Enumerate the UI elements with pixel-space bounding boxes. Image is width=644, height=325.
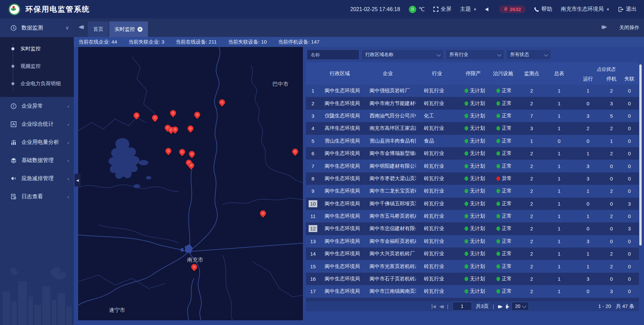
chevron-left-icon: ‹ xyxy=(67,103,69,109)
cell-facility-status: 正常 xyxy=(502,288,512,294)
temperature-unit: ℃ xyxy=(419,6,425,12)
cell-stopped: 2 xyxy=(603,251,620,257)
sidebar-item-enterprise-abnormal[interactable]: 企业异常 ‹ xyxy=(0,97,74,115)
name-filter-input[interactable] xyxy=(307,50,359,60)
last-page-button[interactable]: ▶ xyxy=(506,304,507,309)
next-page-button[interactable]: ▶▶ xyxy=(498,304,502,309)
table-row[interactable]: 3 仪陇生态环境局 西南油气田分公司川中 化工 无计划 正常 7 1 3 5 0 xyxy=(306,110,639,122)
fullscreen-button[interactable]: 全屏 xyxy=(433,6,451,13)
cell-limit-status: 无计划 xyxy=(470,100,485,107)
table-row[interactable]: 2 阆中生态环境局 阆中市南方节能建材有 砖瓦行业 无计划 正常 2 1 0 3… xyxy=(306,97,639,109)
table-row[interactable]: 1 阆中生态环境局 阆中强锐页岩砖厂 砖瓦行业 无计划 正常 2 1 1 2 0 xyxy=(306,85,639,97)
sidebar-item-emergency-reduction[interactable]: 应急减排管理 ‹ xyxy=(0,169,74,187)
sidebar-item-data-monitoring[interactable]: 数据监测 ∨ xyxy=(0,18,74,37)
tabs-scroll-left-button[interactable]: ◀◀ xyxy=(78,24,80,30)
table-header: 行政区域 企业 行业 停限产 治污设施 监测点 总表 点位状态 运行 停机 失联 xyxy=(306,62,639,85)
limit-status-dot xyxy=(465,114,468,118)
status-filter-select[interactable]: 所有状态 xyxy=(506,50,551,60)
cell-industry: 砖瓦行业 xyxy=(416,288,458,294)
facility-status-dot xyxy=(496,202,500,206)
tab-realtime-monitor[interactable]: 实时监控 × xyxy=(109,21,148,37)
cell-company: 阆中市石子页岩机砖厂 xyxy=(360,276,416,282)
table-row[interactable]: 17 阆中生态环境局 阆中市江南镇阆南页岩 砖瓦行业 无计划 正常 2 1 0 … xyxy=(306,285,639,297)
table-row[interactable]: 16 阆中生态环境局 阆中市石子页岩机砖厂 砖瓦行业 无计划 正常 2 1 3 … xyxy=(306,273,639,285)
table-row[interactable]: 10 阆中生态环境局 阆中千佛镇五郎垭页岩 砖瓦行业 无计划 正常 2 1 0 … xyxy=(306,198,639,210)
sidebar-item-base-data[interactable]: 基础数据管理 ‹ xyxy=(0,151,74,169)
region-filter-select[interactable]: 行政区域名称 xyxy=(362,50,443,60)
limit-status-dot xyxy=(465,264,468,269)
cell-company: 阆中大兴页岩机砖厂 xyxy=(360,251,416,257)
cell-running: 0 xyxy=(573,226,603,231)
cell-running: 1 xyxy=(573,251,603,257)
table-row[interactable]: 6 阆中生态环境局 阆中市金博瑞新型墙材 砖瓦行业 无计划 正常 2 1 1 2… xyxy=(306,147,639,160)
table-row[interactable]: 13 阆中生态环境局 阆中市金福旺页岩机砖 砖瓦行业 无计划 正常 2 1 3 … xyxy=(306,235,639,248)
sidebar-item-power-analysis[interactable]: 企业用电量分析 ‹ xyxy=(0,133,74,151)
tab-home[interactable]: 首页 xyxy=(88,21,109,37)
column-running: 运行 xyxy=(573,73,603,85)
cell-stopped: 2 xyxy=(603,188,620,194)
sidebar-item-enterprise-statistics[interactable]: 企业综合统计 ‹ xyxy=(0,115,74,133)
tabs-scroll-right-button[interactable]: ▶▶ xyxy=(602,24,604,30)
cell-company: 阆中市忠信建材有限公 xyxy=(360,225,416,232)
table-row[interactable]: 8 阆中生态环境局 阆中市枣碧大梁山页岩 砖瓦行业 无计划 异常 2 1 3 0… xyxy=(306,172,639,185)
facility-status-dot xyxy=(496,89,500,93)
sidebar-item-realtime-monitor[interactable]: 实时监控 xyxy=(0,40,74,57)
cell-total-meter: 1 xyxy=(545,201,573,207)
table-row[interactable]: 12 阆中生态环境局 阆中市忠信建材有限公 砖瓦行业 无计划 正常 2 1 0 … xyxy=(306,222,639,235)
theme-dropdown[interactable]: 主题▼ xyxy=(460,6,477,13)
row-index: 11 xyxy=(309,213,317,220)
help-button[interactable]: 帮助 xyxy=(534,6,552,13)
column-index xyxy=(306,62,320,85)
table-row[interactable]: 11 阆中生态环境局 阆中市五马桥页岩机砖 砖瓦行业 无计划 正常 2 1 1 … xyxy=(306,210,639,222)
page-number-input[interactable] xyxy=(452,302,472,311)
page-size-select[interactable]: 20 xyxy=(512,302,529,311)
table-row[interactable]: 5 营山生态环境局 营山县润丰肉食品有限 食品 无计划 正常 1 0 0 1 0 xyxy=(306,135,639,147)
table-row[interactable]: 9 阆中生态环境局 阆中市二龙长宝页岩砖 砖瓦行业 无计划 正常 2 1 1 2… xyxy=(306,185,639,197)
cell-disconnected: 0 xyxy=(620,101,639,106)
cell-disconnected: 0 xyxy=(620,138,639,144)
first-page-button[interactable]: ◀ xyxy=(431,304,435,309)
speaker-icon xyxy=(486,7,490,12)
cell-disconnected: 0 xyxy=(620,113,639,119)
notification-badge[interactable]: 2632 xyxy=(499,5,526,13)
table-row[interactable]: 7 阆中生态环境局 阆中明阳建材有限公司 砖瓦行业 无计划 正常 2 1 3 0… xyxy=(306,160,639,172)
cell-monitor-points: 2 xyxy=(518,201,545,207)
app-header: 环保用电监管系统 2021-02-25 17:46:18 0 ℃ 全屏 主题▼ xyxy=(0,0,644,18)
industry-filter-select[interactable]: 所有行业 xyxy=(446,50,504,60)
table-row[interactable]: 18 南部生态环境局 南部县砂华水泥有限公 建材加工 无计划 正常 6 0 0 … xyxy=(306,298,639,301)
table-scrollbar[interactable] xyxy=(639,64,642,246)
sidebar-item-log-view[interactable]: 日志查看 ‹ xyxy=(0,187,74,206)
close-operations-button[interactable]: 关闭操作 xyxy=(619,24,639,31)
layers-icon xyxy=(10,158,17,163)
phone-icon xyxy=(534,7,539,12)
column-stopped: 停机 xyxy=(603,73,620,85)
cell-company: 阆中千佛镇五郎垭页岩 xyxy=(360,201,416,207)
table-row[interactable]: 4 高坪生态环境局 南充市高坪区王家店建 砖瓦行业 无计划 正常 3 1 2 2… xyxy=(306,122,639,134)
close-tab-icon[interactable]: × xyxy=(138,27,143,32)
column-limit-production: 停限产 xyxy=(458,62,488,85)
map-panel-collapse-button[interactable]: ◀ xyxy=(74,174,80,186)
cell-facility-status: 正常 xyxy=(502,88,512,94)
cell-monitor-points: 2 xyxy=(518,264,545,269)
sidebar-item-video-monitor[interactable]: 视频监控 xyxy=(0,57,74,75)
limit-status-dot xyxy=(465,239,468,243)
cell-running: 0 xyxy=(573,201,603,207)
cell-facility-status: 正常 xyxy=(502,150,512,157)
sound-button[interactable] xyxy=(486,7,490,12)
cell-region: 阆中生态环境局 xyxy=(320,225,360,232)
table-row[interactable]: 15 阆中生态环境局 阆中市光富页岩机砖厂 砖瓦行业 无计划 正常 2 1 1 … xyxy=(306,260,639,272)
cell-monitor-points: 2 xyxy=(518,213,545,219)
enterprise-table-body: 1 阆中生态环境局 阆中强锐页岩砖厂 砖瓦行业 无计划 正常 2 1 1 2 0… xyxy=(306,85,639,301)
cell-disconnected: 0 xyxy=(620,264,639,269)
user-org-dropdown[interactable]: 南充市生态环境局▼ xyxy=(561,6,610,13)
cell-running: 0 xyxy=(573,138,603,144)
map-canvas[interactable]: 巴中市南充市遂宁市 xyxy=(78,47,303,320)
cell-facility-status: 异常 xyxy=(502,175,512,182)
table-row[interactable]: 14 阆中生态环境局 阆中大兴页岩机砖厂 砖瓦行业 无计划 正常 2 1 1 2… xyxy=(306,248,639,260)
sidebar-item-power-load-detail[interactable]: 企业电力负荷明细 xyxy=(0,75,74,92)
cell-company: 南充市高坪区王家店建 xyxy=(360,125,416,131)
cell-total-meter: 1 xyxy=(545,213,573,219)
logout-button[interactable]: 退出 xyxy=(619,6,637,13)
prev-page-button[interactable]: ◀◀ xyxy=(439,304,443,309)
temperature-widget: 0 ℃ xyxy=(409,6,425,13)
